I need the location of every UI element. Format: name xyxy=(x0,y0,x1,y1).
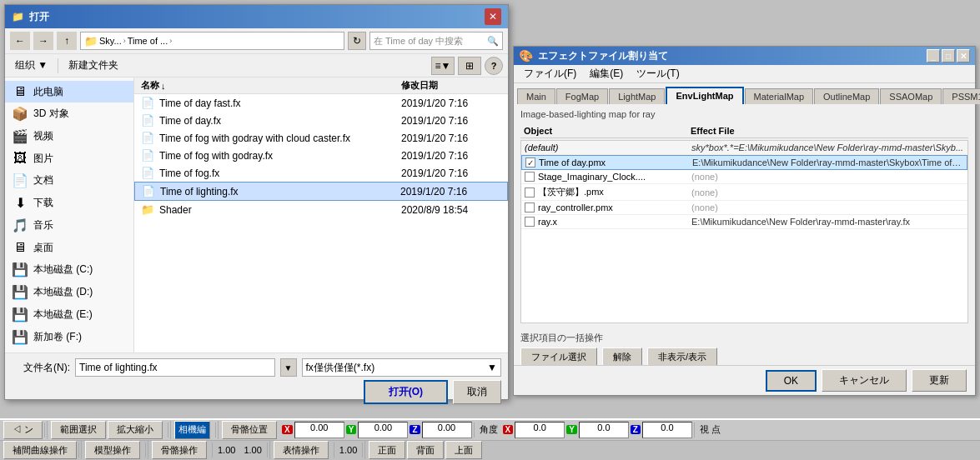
organize-button[interactable]: 组织 ▼ xyxy=(10,57,53,74)
menu-tools[interactable]: ツール(T) xyxy=(630,65,686,82)
menu-edit[interactable]: 編集(E) xyxy=(583,65,630,82)
x-input-2[interactable]: 0.0 xyxy=(515,422,565,438)
back-view-button[interactable]: 背面 xyxy=(407,441,444,459)
z-input-2[interactable]: 0.0 xyxy=(642,422,692,438)
tab-outlinemap[interactable]: OutlineMap xyxy=(814,88,879,104)
effect-close-button[interactable]: ✕ xyxy=(957,49,970,62)
camera-edit-button[interactable]: 相機編 xyxy=(174,421,210,439)
menu-file[interactable]: ファイル(F) xyxy=(517,65,583,82)
file-item-6[interactable]: 📄 Time of lighting.fx 2019/1/20 7:16 xyxy=(134,182,508,201)
tab-lightmap[interactable]: LightMap xyxy=(609,88,665,104)
tab-fogmap[interactable]: FogMap xyxy=(556,88,608,104)
model-operation-button[interactable]: 模型操作 xyxy=(85,441,140,459)
help-button[interactable]: ? xyxy=(485,57,503,75)
filetype-select[interactable]: fx僅供僅僅(*.fx) ▼ xyxy=(302,358,502,377)
effect-row-timeofday[interactable]: Time of day.pmx E:\Mikumikudance\New Fol… xyxy=(521,155,967,170)
effect-row-stage[interactable]: Stage_Imaginary_Clock.... (none) xyxy=(521,170,967,184)
x-input-1[interactable]: 0.00 xyxy=(294,422,344,438)
music-icon: 🎵 xyxy=(12,218,28,233)
pc-icon: 🖥 xyxy=(12,84,28,99)
file-dialog-close-button[interactable]: ✕ xyxy=(485,8,501,25)
new-folder-button[interactable]: 新建文件夹 xyxy=(63,57,123,74)
file-select-button[interactable]: ファイル選択 xyxy=(520,348,597,367)
file-item-1[interactable]: 📄 Time of day fast.fx 2019/1/20 7:16 xyxy=(134,94,508,112)
checkbox-timeofday[interactable] xyxy=(525,158,535,168)
tab-pssm1[interactable]: PSSM1 xyxy=(942,88,980,104)
filename-input[interactable] xyxy=(75,358,275,377)
y-input-1[interactable]: 0.00 xyxy=(358,422,408,438)
curve-edit-button[interactable]: 補間曲線操作 xyxy=(3,441,77,459)
zoom-button[interactable]: 拡大縮小 xyxy=(108,421,163,439)
file-item-5[interactable]: 📄 Time of fog.fx 2019/1/20 7:16 xyxy=(134,164,508,182)
search-bar[interactable]: 在 Time of day 中搜索 🔍 xyxy=(369,32,503,50)
taskbar-top: ◁ ン 範囲選択 拡大縮小 相機編 骨骼位置 X 0.00 Y 0.00 Z 0… xyxy=(0,420,980,441)
effect-table: (default) sky*box*.*=E:\Mikumikudance\Ne… xyxy=(520,140,968,323)
bone-operation-button[interactable]: 骨骼操作 xyxy=(152,441,207,459)
date-column-header[interactable]: 修改日期 xyxy=(401,79,501,92)
effect-row-default[interactable]: (default) sky*box*.*=E:\Mikumikudance\Ne… xyxy=(521,141,967,155)
update-button[interactable]: 更新 xyxy=(912,369,967,392)
tab-materialmap[interactable]: MaterialMap xyxy=(745,88,814,104)
rayx-effect: E:\Mikumikudance\New Folder\ray-mmd-mast… xyxy=(691,217,964,227)
disk-c-icon: 💾 xyxy=(12,262,28,278)
fx-file-icon-5: 📄 xyxy=(141,167,154,179)
range-select-button[interactable]: 範囲選択 xyxy=(51,421,106,439)
sidebar-item-music[interactable]: 🎵 音乐 xyxy=(5,214,133,237)
filename-dropdown[interactable]: ▼ xyxy=(280,358,297,377)
effect-row-rayctrl[interactable]: ray_controller.pmx (none) xyxy=(521,201,967,215)
sidebar-item-3d[interactable]: 📦 3D 对象 xyxy=(5,102,133,125)
sidebar-item-picture[interactable]: 🖼 图片 xyxy=(5,148,133,169)
z-input-1[interactable]: 0.00 xyxy=(422,422,472,438)
bone-position-button[interactable]: 骨骼位置 xyxy=(222,421,277,439)
sidebar-item-disk-d[interactable]: 💾 本地磁盘 (D:) xyxy=(5,281,133,303)
tab-main[interactable]: Main xyxy=(517,88,555,104)
effect-row-ibara[interactable]: 【茨守郷】.pmx (none) xyxy=(521,184,967,201)
forward-button[interactable]: → xyxy=(33,32,53,50)
address-bar[interactable]: 📁 Sky... › Time of ... › xyxy=(80,32,344,50)
sidebar-item-desktop[interactable]: 🖥 桌面 xyxy=(5,237,133,258)
back-nav-button[interactable]: ◁ ン xyxy=(3,421,43,439)
sidebar-item-pc[interactable]: 🖥 此电脑 xyxy=(5,81,133,102)
back-button[interactable]: ← xyxy=(10,32,30,50)
checkbox-ibara[interactable] xyxy=(525,188,535,198)
sidebar-item-disk-c[interactable]: 💾 本地磁盘 (C:) xyxy=(5,258,133,281)
effect-minimize-button[interactable]: _ xyxy=(927,49,940,62)
front-view-button[interactable]: 正面 xyxy=(369,441,405,459)
file-item-7[interactable]: 📁 Shader 2020/8/9 18:54 xyxy=(134,201,508,218)
release-button[interactable]: 解除 xyxy=(602,348,642,367)
bulk-label: 選択項目の一括操作 xyxy=(520,332,968,344)
ok-button[interactable]: OK xyxy=(766,370,817,392)
file-item-2[interactable]: 📄 Time of day.fx 2019/1/20 7:16 xyxy=(134,112,508,129)
top-view-button[interactable]: 上面 xyxy=(445,441,482,459)
view-list-button[interactable]: ≡▼ xyxy=(431,57,455,75)
view-icon-button[interactable]: ⊞ xyxy=(458,57,481,75)
expression-button[interactable]: 表情操作 xyxy=(274,441,329,459)
new-folder-label: 新建文件夹 xyxy=(68,58,118,72)
toolbar-separator-1 xyxy=(58,58,58,73)
checkbox-stage[interactable] xyxy=(525,172,535,182)
file-item-3[interactable]: 📄 Time of fog with godray with cloud cas… xyxy=(134,129,508,147)
sidebar-item-disk-e[interactable]: 💾 本地磁盘 (E:) xyxy=(5,303,133,326)
tab-ssaomap[interactable]: SSAOMap xyxy=(880,88,942,104)
effect-maximize-button[interactable]: □ xyxy=(942,49,955,62)
tab-envlightmap[interactable]: EnvLightMap xyxy=(666,87,743,104)
file-dialog-titlebar: 📁 打开 ✕ xyxy=(5,5,508,28)
up-button[interactable]: ↑ xyxy=(57,32,77,50)
y-input-2[interactable]: 0.0 xyxy=(579,422,629,438)
cancel-effect-button[interactable]: キャンセル xyxy=(822,369,907,392)
sidebar-item-video[interactable]: 🎬 视频 xyxy=(5,125,133,148)
open-cancel-row: 打开(O) 取消 xyxy=(12,380,501,404)
toggle-visible-button[interactable]: 非表示/表示 xyxy=(647,348,717,367)
cancel-button[interactable]: 取消 xyxy=(453,380,501,404)
effect-row-rayx[interactable]: ray.x E:\Mikumikudance\New Folder\ray-mm… xyxy=(521,215,967,229)
x-badge-2: X xyxy=(503,425,514,434)
checkbox-rayctrl[interactable] xyxy=(525,202,535,212)
name-column-header[interactable]: 名称 ↓ xyxy=(141,79,401,92)
refresh-button[interactable]: ↻ xyxy=(348,32,366,50)
sidebar-item-document[interactable]: 📄 文档 xyxy=(5,169,133,192)
sidebar-item-download[interactable]: ⬇ 下载 xyxy=(5,192,133,214)
sidebar-item-disk-f[interactable]: 💾 新加卷 (F:) xyxy=(5,326,133,348)
checkbox-rayx[interactable] xyxy=(525,217,535,227)
open-button[interactable]: 打开(O) xyxy=(364,380,448,404)
file-item-4[interactable]: 📄 Time of fog with godray.fx 2019/1/20 7… xyxy=(134,147,508,164)
